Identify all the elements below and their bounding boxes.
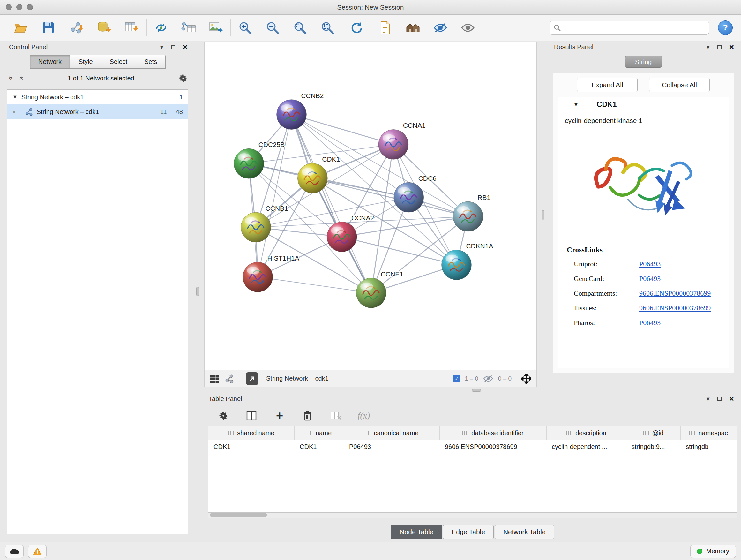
- protein-expander-icon[interactable]: ▼: [573, 101, 579, 108]
- add-column-button[interactable]: +: [273, 409, 286, 422]
- network-node-HIST1H1A[interactable]: HIST1H1A: [243, 254, 299, 292]
- zoom-out-button[interactable]: [264, 19, 281, 37]
- import-table-button[interactable]: [124, 19, 141, 37]
- warnings-button[interactable]: [28, 545, 47, 558]
- network-row[interactable]: ● String Network – cdk1 11 48: [7, 105, 188, 119]
- detach-view-button[interactable]: [246, 372, 259, 385]
- cell-namespace[interactable]: stringdb: [681, 440, 737, 453]
- minimize-window-button[interactable]: [16, 4, 22, 10]
- delete-column-button[interactable]: [300, 409, 315, 422]
- search-input[interactable]: [563, 24, 705, 31]
- column-header[interactable]: shared name: [208, 426, 294, 440]
- tab-network[interactable]: Network: [30, 55, 70, 69]
- table-row[interactable]: CDK1 CDK1 P06493 9606.ENSP00000378699 cy…: [208, 440, 737, 453]
- show-all-button[interactable]: [459, 19, 476, 37]
- cell-name[interactable]: CDK1: [294, 440, 344, 453]
- table-panel-menu-icon[interactable]: ▾: [706, 395, 710, 402]
- tab-sets[interactable]: Sets: [136, 55, 165, 69]
- compartments-link[interactable]: 9606.ENSP00000378699: [639, 289, 729, 298]
- collapse-all-icon[interactable]: »: [8, 76, 14, 80]
- zoom-in-button[interactable]: [237, 19, 254, 37]
- network-node-CCNB1[interactable]: CCNB1: [241, 205, 288, 242]
- network-collection-row[interactable]: ▼ String Network – cdk1 1: [7, 90, 188, 105]
- table-horizontal-scrollbar[interactable]: [208, 513, 737, 518]
- zoom-window-button[interactable]: [27, 4, 33, 10]
- network-graph[interactable]: CCNB2CCNA1CDC25BCDK1CDC6RB1CCNB1CCNA2CDK…: [205, 42, 536, 370]
- network-view-icon[interactable]: [225, 374, 234, 383]
- tab-node-table[interactable]: Node Table: [391, 525, 442, 539]
- memory-button[interactable]: Memory: [690, 545, 736, 558]
- tissues-link[interactable]: 9606.ENSP00000378699: [639, 304, 729, 312]
- column-header[interactable]: canonical name: [344, 426, 440, 440]
- cell-id[interactable]: stringdb:9...: [626, 440, 681, 453]
- control-panel-close-icon[interactable]: ×: [183, 43, 188, 51]
- tab-string[interactable]: String: [625, 56, 662, 68]
- bottom-splitter-handle[interactable]: [472, 389, 481, 392]
- show-columns-button[interactable]: [245, 409, 259, 422]
- uniprot-link[interactable]: P06493: [639, 260, 729, 268]
- scrollbar-thumb[interactable]: [210, 513, 267, 516]
- save-session-button[interactable]: [40, 19, 57, 37]
- column-header[interactable]: name: [294, 426, 344, 440]
- results-panel-close-icon[interactable]: ×: [729, 43, 734, 51]
- column-header[interactable]: @id: [626, 426, 681, 440]
- expand-all-icon[interactable]: »: [18, 76, 24, 80]
- network-canvas[interactable]: CCNB2CCNA1CDC25BCDK1CDC6RB1CCNB1CCNA2CDK…: [205, 42, 536, 370]
- column-header[interactable]: description: [547, 426, 626, 440]
- column-header[interactable]: namespac: [681, 426, 737, 440]
- results-panel-float-icon[interactable]: [718, 45, 722, 49]
- import-network-database-button[interactable]: [96, 19, 113, 37]
- network-node-CDK1[interactable]: CDK1: [297, 155, 340, 193]
- home-button[interactable]: [404, 19, 421, 37]
- results-panel-menu-icon[interactable]: ▾: [706, 44, 710, 50]
- network-edge[interactable]: [291, 115, 393, 145]
- function-builder-button[interactable]: f(x): [357, 409, 371, 422]
- network-edge[interactable]: [258, 277, 371, 293]
- network-node-RB1[interactable]: RB1: [453, 194, 490, 232]
- table-panel-float-icon[interactable]: [718, 397, 722, 401]
- new-network-from-selection-button[interactable]: [152, 19, 170, 37]
- table-settings-button[interactable]: [216, 409, 230, 422]
- tab-style[interactable]: Style: [70, 55, 101, 69]
- automation-button[interactable]: [5, 545, 23, 558]
- export-image-button[interactable]: [207, 19, 225, 37]
- tab-select[interactable]: Select: [102, 55, 136, 69]
- zoom-fit-button[interactable]: [291, 19, 309, 37]
- import-network-file-button[interactable]: [69, 19, 86, 37]
- delete-table-button[interactable]: [329, 409, 343, 422]
- cell-shared-name[interactable]: CDK1: [208, 440, 294, 453]
- control-panel-float-icon[interactable]: [171, 45, 175, 49]
- network-node-CCNB2[interactable]: CCNB2: [277, 92, 324, 130]
- export-network-button[interactable]: [180, 19, 197, 37]
- apply-layout-button[interactable]: [348, 19, 365, 37]
- help-button[interactable]: ?: [718, 20, 733, 35]
- selected-indicator-checkbox[interactable]: ✓: [453, 375, 460, 382]
- cell-database-identifier[interactable]: 9606.ENSP00000378699: [440, 440, 547, 453]
- open-session-button[interactable]: [12, 19, 29, 37]
- expand-all-button[interactable]: Expand All: [577, 78, 637, 92]
- import-clipboard-button[interactable]: [377, 19, 394, 37]
- pan-crosshair-icon[interactable]: [521, 374, 531, 384]
- pharos-link[interactable]: P06493: [639, 319, 729, 327]
- gear-icon[interactable]: [179, 74, 188, 83]
- network-node-CDKN1A[interactable]: CDKN1A: [442, 242, 493, 280]
- grid-view-icon[interactable]: [210, 374, 219, 383]
- network-node-CCNA1[interactable]: CCNA1: [379, 122, 426, 159]
- column-header[interactable]: database identifier: [440, 426, 547, 440]
- collection-expander-icon[interactable]: ▼: [12, 94, 17, 100]
- close-window-button[interactable]: [6, 4, 12, 10]
- collapse-all-button[interactable]: Collapse All: [649, 78, 710, 92]
- tab-network-table[interactable]: Network Table: [495, 525, 554, 539]
- cell-description[interactable]: cyclin-dependent ...: [547, 440, 626, 453]
- genecard-link[interactable]: P06493: [639, 274, 729, 283]
- tab-edge-table[interactable]: Edge Table: [443, 525, 494, 539]
- hide-selected-button[interactable]: [432, 19, 449, 37]
- right-splitter-handle[interactable]: [542, 210, 544, 220]
- cell-canonical-name[interactable]: P06493: [344, 440, 440, 453]
- control-panel-menu-icon[interactable]: ▾: [160, 44, 163, 50]
- network-edge[interactable]: [258, 115, 292, 277]
- zoom-selected-button[interactable]: [319, 19, 336, 37]
- network-edge[interactable]: [291, 115, 371, 293]
- table-panel-close-icon[interactable]: ×: [729, 395, 734, 403]
- left-splitter-handle[interactable]: [196, 287, 199, 296]
